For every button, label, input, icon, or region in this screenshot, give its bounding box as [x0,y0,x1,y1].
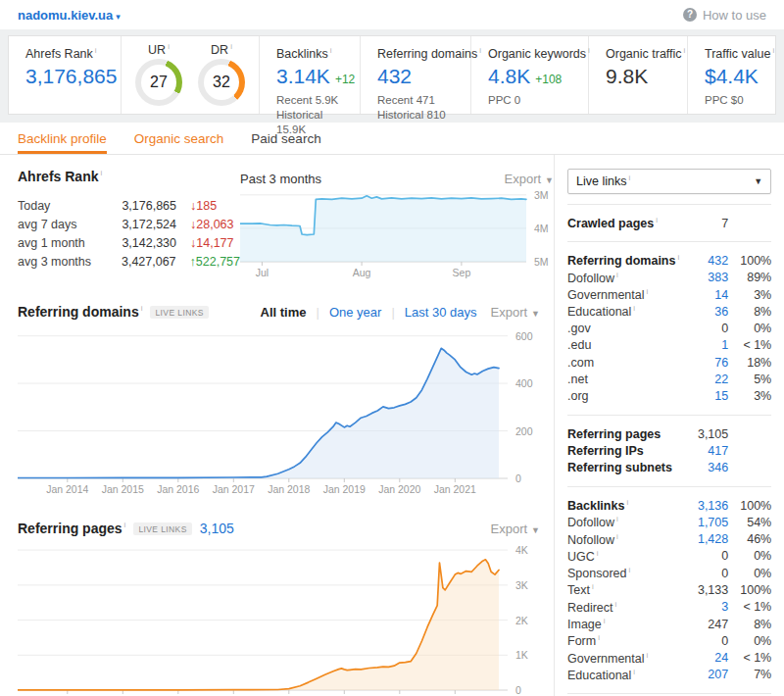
range-last-30-days[interactable]: Last 30 days [405,305,477,320]
sidebar-row-label: Educationali [567,668,679,682]
info-icon: i [626,498,628,507]
sidebar-row-label: Nofollowi [567,532,679,547]
referring-pages-count[interactable]: 3,105 [200,521,234,536]
sidebar-row-percent: 0% [728,567,771,580]
sidebar-row-value[interactable]: 76 [679,356,728,370]
sidebar-row-label: .net [567,373,679,386]
ur-gauge: URi 27 [135,42,182,114]
ahrefs-rank-heading: Ahrefs Ranki [18,169,240,184]
referring-domains-heading: Referring domainsi [18,304,142,320]
sidebar-row-value[interactable]: 417 [679,444,728,458]
divider [567,241,771,242]
rank-trend-chart[interactable]: 3M4M5MJulAugSep [240,188,552,281]
sidebar-row-percent: < 1% [728,651,771,665]
sidebar-row-value[interactable]: 24 [679,651,728,665]
tab-organic-search[interactable]: Organic search [134,123,224,154]
range-one-year[interactable]: One year [329,305,381,320]
ahrefs-rank-value[interactable]: 3,176,865 [25,65,111,88]
sidebar-row-value[interactable]: 1 [679,338,728,352]
sidebar-row--net: .net225% [567,371,771,387]
referring-pages-chart[interactable]: 4K3K2K1K0Jan 2014Jan 2015Jan 2016Jan 201… [18,543,533,696]
backlinks-label: Backlinksi [276,46,350,61]
referring-pages-breakdown: Referring pages3,105Referring IPs417Refe… [567,425,771,476]
svg-text:Aug: Aug [353,267,371,278]
export-button-refdomains[interactable]: Export▼ [491,305,541,320]
svg-text:Jan 2019: Jan 2019 [323,483,366,495]
sidebar-row-referring-ips: Referring IPs417 [567,442,771,459]
sidebar-row-value[interactable]: 15 [679,389,728,403]
crawled-pages-label: Crawled pagesi [567,216,679,230]
referring-pages-header: Referring pagesi LIVE LINKS 3,105 Export… [18,518,554,539]
sidebar-row-referring-pages: Referring pages3,105 [567,425,771,442]
sidebar-row-value[interactable]: 383 [679,271,728,284]
rank-table-row: avg 7 days3,172,524↓28,063 [18,215,240,233]
dr-gauge: DRi 32 [198,42,245,114]
how-to-use-label: How to use [703,8,766,23]
rank-table-row: avg 1 month3,142,330↓14,177 [18,233,240,252]
sidebar-row-value[interactable]: 22 [679,373,728,386]
tab-backlink-profile[interactable]: Backlink profile [18,123,107,154]
range-all-time[interactable]: All time [261,305,307,320]
traffic-value-value[interactable]: $4.4K [705,65,774,88]
info-icon: i [647,651,649,660]
info-icon: i [141,304,143,313]
stats-bar: Ahrefs Ranki 3,176,865 URi 27 DRi 32 Bac… [8,35,776,115]
sidebar-row-value[interactable]: 36 [679,305,728,319]
referring-pages-heading: Referring pagesi [18,521,125,536]
sidebar-row-dofollow: Dofollowi38389% [567,270,771,286]
sidebar-row-label: Dofollowi [567,271,679,285]
stat-card-organic-keywords: Organic keywordsi 4.8K+108 PPC 0 [471,36,589,114]
sidebar-row-value[interactable]: 346 [679,461,728,474]
sidebar-row-value[interactable]: 3,136 [679,499,728,513]
keywords-value[interactable]: 4.8K [488,65,530,87]
svg-text:0: 0 [515,472,521,484]
export-button-rank[interactable]: Export▼ [505,172,555,186]
tab-paid-search[interactable]: Paid search [251,123,320,154]
sidebar-row-value: 3,105 [679,427,728,441]
sidebar-row-percent: < 1% [728,338,771,352]
sidebar-row-educational: Educationali368% [567,303,771,320]
sidebar-row--com: .com7618% [567,354,771,371]
sidebar-row-value[interactable]: 14 [679,288,728,302]
rank-row-delta: ↑522,757 [190,255,240,269]
info-icon: i [647,287,649,296]
refdomains-value[interactable]: 432 [377,65,461,88]
sidebar-row-label: Referring domainsi [567,253,679,268]
sidebar-row-value[interactable]: 1,705 [679,516,728,529]
sidebar-row-governmental: Governmentali24< 1% [567,650,771,667]
svg-text:4M: 4M [534,223,549,234]
info-icon: i [772,46,774,55]
sidebar-row-value[interactable]: 432 [679,254,728,268]
divider: | [317,305,319,320]
how-to-use-link[interactable]: ? How to use [683,8,766,23]
sidebar-row-value: 3,133 [679,583,728,597]
sidebar-row-label: Educationali [567,304,679,319]
domain-selector[interactable]: nadomu.kiev.ua▾ [18,8,121,23]
info-icon: i [684,46,686,55]
divider [567,204,771,205]
sidebar-row-percent: 54% [728,516,771,529]
sidebar-row-label: Dofollowi [567,515,679,529]
referring-domains-chart[interactable]: 6004002000Jan 2014Jan 2015Jan 2016Jan 20… [18,326,533,498]
sidebar-row-percent: 18% [728,356,771,370]
ahrefs-rank-table: Today3,176,865↓185avg 7 days3,172,524↓28… [18,196,240,271]
info-icon: i [628,174,630,182]
referring-domains-breakdown: Referring domainsi432100%Dofollowi38389%… [567,252,771,405]
sidebar-row-value[interactable]: 207 [679,668,728,681]
backlinks-value[interactable]: 3.14K [276,65,330,87]
sidebar-row-percent: 89% [728,271,771,284]
crawled-pages-row: Crawled pagesi 7 [567,215,771,231]
svg-text:5M: 5M [534,256,549,268]
chevron-down-icon: ▼ [531,525,540,535]
live-links-select[interactable]: Live linksi ▼ [567,169,771,194]
refdomains-sub: Recent 471Historical 810 [377,93,461,123]
sidebar-row-nofollow: Nofollowi1,42846% [567,530,771,547]
rank-row-value: 3,142,330 [104,236,176,250]
sidebar-row-label: Governmentali [567,287,679,302]
sidebar-row-label: Referring pages [567,427,679,441]
info-icon: i [604,617,606,625]
sidebar-row-value[interactable]: 1,428 [679,532,728,546]
export-button-refpages[interactable]: Export▼ [491,522,541,536]
rank-row-delta: ↓14,177 [190,236,233,250]
sidebar-row-value[interactable]: 3 [679,600,728,614]
